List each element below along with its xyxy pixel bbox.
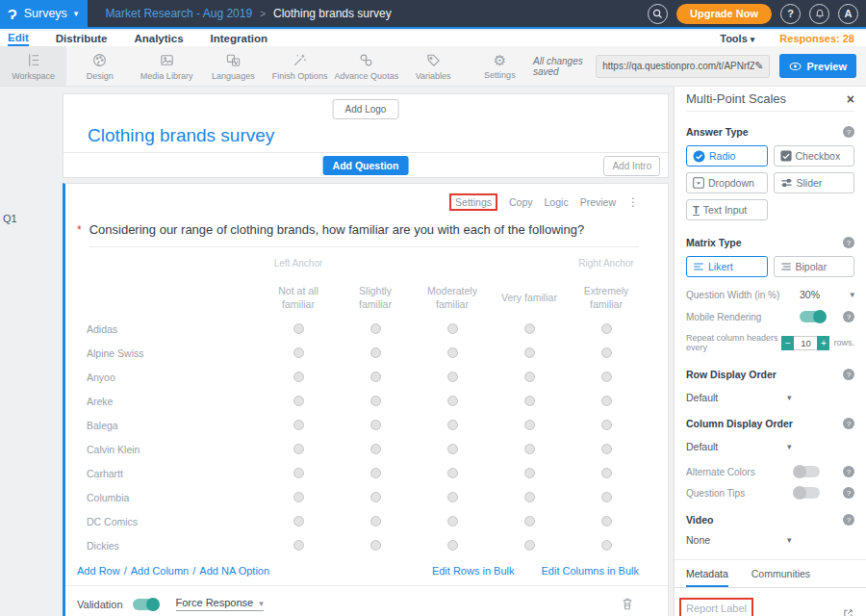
search-icon[interactable] (648, 4, 668, 24)
help-icon[interactable]: ? (843, 126, 854, 138)
video-dropdown[interactable]: None ▾ (686, 534, 854, 546)
toolbar-item-finish-options[interactable]: Finish Options (267, 46, 333, 86)
alternate-colors-toggle[interactable] (794, 466, 820, 477)
matrix-type-bipolar[interactable]: Bipolar (774, 256, 855, 277)
trash-icon[interactable] (621, 597, 634, 611)
radio-button[interactable] (370, 516, 381, 526)
radio-button[interactable] (293, 492, 304, 502)
answer-type-slider[interactable]: Slider (774, 172, 855, 193)
tab-communities[interactable]: Communities (751, 560, 810, 587)
help-icon[interactable]: ? (780, 4, 801, 24)
responses-count[interactable]: Responses: 28 (779, 33, 854, 44)
radio-button[interactable] (601, 444, 612, 454)
toolbar-item-media-library[interactable]: Media Library (134, 46, 200, 86)
radio-button[interactable] (370, 347, 381, 358)
tools-menu[interactable]: Tools ▾ (720, 33, 754, 44)
radio-button[interactable] (293, 396, 304, 406)
help-icon[interactable]: ? (843, 487, 854, 499)
nav-tab-distribute[interactable]: Distribute (56, 33, 108, 44)
add-intro-button[interactable]: Add Intro (603, 156, 660, 176)
chevron-down-icon[interactable]: ▾ (850, 290, 854, 299)
matrix-column-header[interactable]: Not at all familiar (260, 272, 337, 317)
radio-button[interactable] (524, 347, 535, 358)
radio-button[interactable] (370, 492, 381, 502)
answer-type-checkbox[interactable]: Checkbox (774, 145, 855, 167)
radio-button[interactable] (524, 323, 535, 334)
radio-button[interactable] (370, 323, 381, 334)
row-label[interactable]: Dickies (87, 540, 260, 552)
radio-button[interactable] (293, 516, 304, 526)
radio-button[interactable] (293, 372, 304, 382)
edit-pencil-icon[interactable]: ✎ (754, 60, 763, 72)
row-label[interactable]: Anyoo (87, 372, 260, 383)
radio-button[interactable] (370, 372, 381, 382)
radio-button[interactable] (601, 420, 612, 430)
answer-type-text-input[interactable]: T Text Input (686, 199, 768, 220)
mobile-rendering-toggle[interactable] (800, 311, 826, 322)
radio-button[interactable] (524, 492, 535, 502)
matrix-type-likert[interactable]: Likert (686, 256, 768, 277)
row-label[interactable]: Calvin Klein (87, 444, 260, 455)
more-options-icon[interactable]: ⋮ (627, 195, 639, 209)
radio-button[interactable] (293, 540, 304, 551)
repeat-headers-value[interactable]: 10 (794, 336, 817, 350)
radio-button[interactable] (293, 444, 304, 454)
radio-button[interactable] (293, 420, 304, 430)
app-logo-block[interactable]: Ɂ Surveys ▾ (0, 0, 88, 27)
radio-button[interactable] (447, 444, 458, 454)
report-label-input[interactable]: Report Label (686, 598, 831, 616)
row-label[interactable]: Balega (87, 420, 260, 431)
question-copy-button[interactable]: Copy (509, 196, 533, 208)
row-display-order-dropdown[interactable]: Default ▾ (686, 392, 854, 403)
add-column-link[interactable]: Add Column (131, 565, 190, 577)
question-preview-button[interactable]: Preview (580, 196, 616, 208)
toolbar-item-variables[interactable]: Variables (400, 46, 467, 86)
radio-button[interactable] (370, 540, 381, 551)
close-icon[interactable]: × (847, 91, 854, 107)
matrix-column-header[interactable]: Moderately familiar (414, 272, 491, 317)
question-text[interactable]: Considering our range of clothing brands… (89, 222, 585, 237)
avatar[interactable]: A (838, 4, 858, 24)
radio-button[interactable] (447, 492, 458, 502)
row-label[interactable]: Alpine Swiss (87, 347, 260, 359)
row-label[interactable]: Columbia (87, 492, 260, 503)
radio-button[interactable] (601, 323, 612, 334)
add-na-option-link[interactable]: Add NA Option (199, 565, 269, 577)
radio-button[interactable] (601, 540, 612, 551)
add-row-link[interactable]: Add Row (77, 565, 120, 577)
upgrade-now-button[interactable]: Upgrade Now (676, 4, 772, 24)
edit-columns-bulk-link[interactable]: Edit Columns in Bulk (542, 565, 640, 577)
preview-button[interactable]: Preview (779, 54, 856, 78)
help-icon[interactable]: ? (843, 237, 854, 248)
toolbar-item-design[interactable]: Design (66, 46, 133, 86)
nav-tab-integration[interactable]: Integration (211, 33, 267, 44)
help-icon[interactable]: ? (843, 418, 854, 429)
radio-button[interactable] (447, 323, 458, 334)
radio-button[interactable] (370, 420, 381, 430)
radio-button[interactable] (293, 468, 304, 478)
column-display-order-dropdown[interactable]: Default ▾ (686, 441, 854, 452)
toolbar-item-languages[interactable]: Languages (200, 46, 267, 86)
help-icon[interactable]: ? (843, 466, 854, 477)
question-tips-toggle[interactable] (794, 487, 820, 499)
add-question-button[interactable]: Add Question (323, 156, 409, 175)
add-logo-button[interactable]: Add Logo (333, 99, 399, 119)
question-logic-button[interactable]: Logic (545, 196, 569, 208)
radio-button[interactable] (524, 372, 535, 382)
matrix-column-header[interactable]: Slightly familiar (337, 272, 414, 317)
breadcrumb-parent[interactable]: Market Research - Aug 2019 (105, 7, 252, 20)
radio-button[interactable] (524, 444, 535, 454)
validation-toggle[interactable] (133, 599, 159, 610)
minus-button[interactable]: − (781, 336, 794, 350)
edit-rows-bulk-link[interactable]: Edit Rows in Bulk (432, 565, 515, 577)
radio-button[interactable] (370, 468, 381, 478)
row-label[interactable]: Areke (87, 396, 260, 407)
survey-url-input[interactable] (602, 61, 754, 71)
radio-button[interactable] (447, 468, 458, 478)
radio-button[interactable] (447, 347, 458, 358)
radio-button[interactable] (370, 444, 381, 454)
nav-tab-edit[interactable]: Edit (8, 32, 29, 46)
toolbar-item-settings[interactable]: ⚙ Settings (467, 46, 533, 86)
radio-button[interactable] (293, 323, 304, 334)
plus-button[interactable]: + (817, 336, 829, 350)
